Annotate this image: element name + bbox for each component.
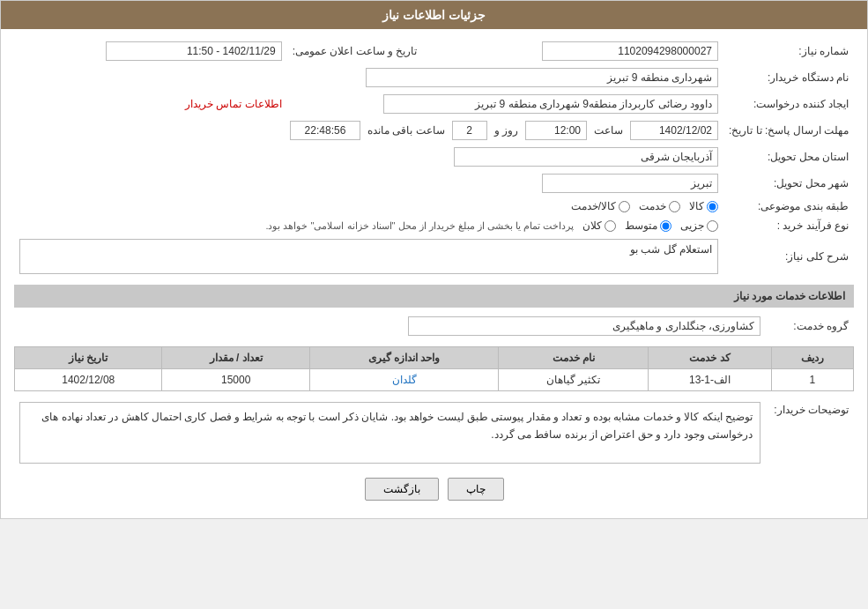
bazgasht-button[interactable]: بازگشت <box>365 478 439 501</box>
name-dastgah-value: شهرداری منطقه 9 تبریز <box>14 64 723 91</box>
col-tedad: تعداد / مقدار <box>162 347 309 369</box>
cell-tarikh: 1402/12/08 <box>15 369 162 391</box>
grohe-khadamat-label: گروه خدمت: <box>766 313 854 339</box>
radio-khadamat-input[interactable] <box>669 201 680 212</box>
cell-tedad: 15000 <box>162 369 309 391</box>
radio-kala-khadamat-input[interactable] <box>619 201 630 212</box>
table-row: طبقه بندی موضوعی: کالا خدمت <box>14 197 854 216</box>
radio-jozyi-label: جزیی <box>680 219 704 232</box>
cell-kod: الف-1-13 <box>649 369 771 391</box>
sharh-koli-value: استعلام گل شب بو <box>14 235 723 278</box>
shomara-niaz-label: شماره نیاز: <box>723 38 854 64</box>
toseih-label: توضیحات خریدار: <box>766 398 854 467</box>
main-info-table: شماره نیاز: 1102094298000027 تاریخ و ساع… <box>14 38 854 278</box>
tarikh-elan-value: 1402/11/29 - 11:50 <box>14 38 287 64</box>
tabaqe-label: طبقه بندی موضوعی: <box>723 197 854 216</box>
table-row: ردیف کد خدمت نام خدمت واحد اندازه گیری ت… <box>15 347 854 369</box>
grohe-khadamat-value: کشاورزی، جنگلداری و ماهیگیری <box>14 313 766 339</box>
tabaqe-options-cell: کالا خدمت کالا/خدمت <box>14 197 723 216</box>
shahr-value: تبریز <box>14 170 723 197</box>
radio-khadamat-label: خدمت <box>639 200 666 212</box>
ijad-konanda-value: داوود رضائی کاربرداز منطقه9 شهرداری منطق… <box>287 91 723 117</box>
noe-farayand-row: جزیی متوسط کلان پرداخت تمام یا بخش <box>19 219 718 232</box>
radio-kala-input[interactable] <box>707 201 718 212</box>
cell-radif: 1 <box>771 369 853 391</box>
col-tarikh: تاریخ نیاز <box>15 347 162 369</box>
toseih-table: توضیحات خریدار: توضیح اینکه کالا و خدمات… <box>14 398 854 467</box>
col-radif: ردیف <box>771 347 853 369</box>
radio-motaset-label: متوسط <box>625 219 657 232</box>
radio-khadamat[interactable]: خدمت <box>639 200 680 212</box>
cell-name: تکثیر گیاهان <box>499 369 649 391</box>
mohlat-value-cell: 1402/12/02 ساعت 12:00 روز و 2 ساعت باقی … <box>14 117 723 144</box>
col-kod: کد خدمت <box>649 347 771 369</box>
cell-vahed: گلدان <box>309 369 498 391</box>
table-row: نام دستگاه خریدار: شهرداری منطقه 9 تبریز <box>14 64 854 91</box>
toseih-value: توضیح اینکه کالا و خدمات مشابه بوده و تع… <box>14 398 766 467</box>
tabaqe-radio-group: کالا خدمت کالا/خدمت <box>19 200 718 212</box>
noe-farayand-cell: جزیی متوسط کلان پرداخت تمام یا بخش <box>14 216 723 235</box>
name-dastgah-label: نام دستگاه خریدار: <box>723 64 854 91</box>
radio-kala-khadamat-label: کالا/خدمت <box>571 200 616 212</box>
radio-kollam-input[interactable] <box>605 220 616 232</box>
radio-kollam-label: کلان <box>582 219 602 232</box>
table-row: 1 الف-1-13 تکثیر گیاهان گلدان 15000 1402… <box>15 369 854 391</box>
radio-kala-label: کالا <box>689 200 704 212</box>
shahr-label: شهر محل تحویل: <box>723 170 854 197</box>
table-row: گروه خدمت: کشاورزی، جنگلداری و ماهیگیری <box>14 313 854 339</box>
ostan-label: استان محل تحویل: <box>723 144 854 170</box>
sharh-koli-label: شرح کلی نیاز: <box>723 235 854 278</box>
date-row: 1402/12/02 ساعت 12:00 روز و 2 ساعت باقی … <box>19 121 718 140</box>
noe-farayand-label: نوع فرآیند خرید : <box>723 216 854 235</box>
shomara-niaz-value: 1102094298000027 <box>434 38 723 64</box>
table-row: مهلت ارسال پاسخ: تا تاریخ: 1402/12/02 سا… <box>14 117 854 144</box>
table-row: شهر محل تحویل: تبریز <box>14 170 854 197</box>
khadamat-section-header: اطلاعات خدمات مورد نیاز <box>14 285 854 308</box>
radio-kala-khadamat[interactable]: کالا/خدمت <box>571 200 630 212</box>
ettelaat-tamas-link[interactable]: اطلاعات تماس خریدار <box>185 98 282 110</box>
ijad-konanda-label: ایجاد کننده درخواست: <box>723 91 854 117</box>
radio-jozyi[interactable]: جزیی <box>680 219 718 232</box>
ostan-value: آذربایجان شرقی <box>14 144 723 170</box>
button-row: چاپ بازگشت <box>14 478 854 501</box>
radio-kala[interactable]: کالا <box>689 200 718 212</box>
tarikh-elan-label: تاریخ و ساعت اعلان عمومی: <box>287 38 435 64</box>
mohlat-label: مهلت ارسال پاسخ: تا تاریخ: <box>723 117 854 144</box>
radio-motaset-input[interactable] <box>660 220 671 232</box>
table-row: شرح کلی نیاز: استعلام گل شب بو <box>14 235 854 278</box>
radio-jozyi-input[interactable] <box>707 220 718 232</box>
chap-button[interactable]: چاپ <box>448 478 504 501</box>
table-row: ایجاد کننده درخواست: داوود رضائی کاربردا… <box>14 91 854 117</box>
table-row: نوع فرآیند خرید : جزیی متوسط <box>14 216 854 235</box>
service-table: ردیف کد خدمت نام خدمت واحد اندازه گیری ت… <box>14 346 854 391</box>
radio-motaset[interactable]: متوسط <box>625 219 671 232</box>
noe-farayand-radio-group: جزیی متوسط کلان <box>582 219 718 232</box>
col-vahed: واحد اندازه گیری <box>309 347 498 369</box>
radio-kollam[interactable]: کلان <box>582 219 616 232</box>
service-table-head: ردیف کد خدمت نام خدمت واحد اندازه گیری ت… <box>15 347 854 369</box>
table-row: شماره نیاز: 1102094298000027 تاریخ و ساع… <box>14 38 854 64</box>
table-row: توضیحات خریدار: توضیح اینکه کالا و خدمات… <box>14 398 854 467</box>
page-title: جزئیات اطلاعات نیاز <box>1 1 867 29</box>
service-table-body: 1 الف-1-13 تکثیر گیاهان گلدان 15000 1402… <box>15 369 854 391</box>
page-wrapper: جزئیات اطلاعات نیاز شماره نیاز: 11020942… <box>0 0 868 519</box>
grohe-table: گروه خدمت: کشاورزی، جنگلداری و ماهیگیری <box>14 313 854 339</box>
ettelaat-tamas-cell: اطلاعات تماس خریدار <box>14 91 287 117</box>
table-row: استان محل تحویل: آذربایجان شرقی <box>14 144 854 170</box>
content-area: شماره نیاز: 1102094298000027 تاریخ و ساع… <box>1 29 867 518</box>
col-name: نام خدمت <box>499 347 649 369</box>
noe-farayand-note: پرداخت تمام یا بخشی از مبلغ خریدار از مح… <box>265 220 574 232</box>
